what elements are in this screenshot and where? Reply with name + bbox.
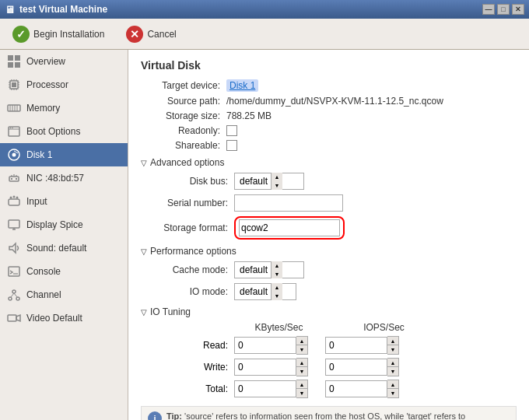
io-column-headers: KBytes/Sec IOPS/Sec [141,322,517,333]
io-mode-arrows: ▲ ▼ [271,283,282,300]
cache-mode-down[interactable]: ▼ [272,270,282,278]
minimize-button[interactable]: — [482,4,495,15]
io-total-iops-input[interactable] [325,380,387,397]
io-mode-row: IO mode: default ▲ ▼ [141,283,517,300]
sidebar-item-console[interactable]: Console [0,260,128,283]
sidebar-item-channel[interactable]: Channel [0,283,128,306]
io-mode-up[interactable]: ▲ [272,283,282,292]
advanced-options-header[interactable]: ▽ Advanced options [141,157,517,168]
cache-mode-row: Cache mode: default ▲ ▼ [141,261,517,278]
title-left: 🖥 test Virtual Machine [5,4,107,16]
processor-icon [6,77,22,93]
io-total-iops-up[interactable]: ▲ [387,380,398,389]
window-title: test Virtual Machine [19,4,107,15]
io-total-iops-field: ▲ ▼ [325,380,399,398]
io-tuning-header[interactable]: ▽ IO Tuning [141,306,517,317]
shareable-checkbox[interactable] [226,140,237,151]
io-total-kb-spinner: ▲ ▼ [296,380,308,398]
io-total-kb-input[interactable] [234,380,296,397]
io-write-kb-input[interactable] [234,359,296,376]
boot-icon [6,124,22,139]
io-read-kb-input[interactable] [234,337,296,354]
source-path-row: Source path: /home/dummy_dut/NSVPX-KVM-1… [141,96,517,107]
maximize-button[interactable]: □ [497,4,510,15]
sidebar-item-video-default[interactable]: Video Default [0,306,128,330]
storage-format-select[interactable]: qcow2 raw vmdk [239,219,340,236]
nic-icon [6,170,22,186]
disk-bus-down[interactable]: ▼ [272,181,282,190]
io-mode-select[interactable]: default ▲ ▼ [234,283,296,300]
io-read-iops-input[interactable] [325,337,387,354]
svg-rect-3 [15,62,20,68]
svg-point-48 [16,297,19,300]
sidebar-item-memory[interactable]: Memory [0,96,128,120]
svg-point-25 [10,128,12,129]
performance-options-header[interactable]: ▽ Performance options [141,246,517,257]
io-write-kb-up[interactable]: ▲ [296,359,307,367]
svg-line-49 [11,293,14,297]
display-icon [6,217,22,233]
io-tuning-triangle: ▽ [141,308,147,317]
close-button[interactable]: ✕ [512,4,524,15]
cache-mode-up[interactable]: ▲ [272,261,282,270]
io-read-kb-down[interactable]: ▼ [296,345,307,354]
sidebar-item-processor-label: Processor [26,79,68,90]
sidebar-item-input-label: Input [26,196,47,207]
svg-point-47 [9,297,12,300]
io-write-kb-down[interactable]: ▼ [296,367,307,376]
sidebar-item-overview[interactable]: Overview [0,50,128,73]
io-tuning-label: IO Tuning [150,306,191,317]
disk-bus-select[interactable]: default ▲ ▼ [234,173,304,190]
disk-bus-up[interactable]: ▲ [272,173,282,181]
main-content: Overview Processor Memory Boot Options D [0,50,529,420]
sidebar-item-video-default-label: Video Default [26,313,82,324]
io-write-iops-down[interactable]: ▼ [387,367,398,376]
cancel-icon: ✕ [126,26,143,43]
io-total-iops-down[interactable]: ▼ [387,389,398,397]
source-path-label: Source path: [141,96,226,107]
sidebar-item-nic-label: NIC :48:bd:57 [26,173,84,184]
svg-point-37 [10,197,12,199]
io-read-kb-spinner: ▲ ▼ [296,336,308,355]
io-write-iops-input[interactable] [325,359,387,376]
sidebar-item-display-spice[interactable]: Display Spice [0,213,128,236]
io-mode-down[interactable]: ▼ [272,292,282,300]
sidebar-item-display-spice-label: Display Spice [26,219,83,230]
svg-marker-52 [16,315,20,321]
sidebar-item-processor[interactable]: Processor [0,73,128,96]
sidebar-item-boot-options[interactable]: Boot Options [0,120,128,143]
disk-bus-label: Disk bus: [141,176,234,187]
io-write-iops-up[interactable]: ▲ [387,359,398,367]
title-bar-controls: — □ ✕ [482,4,524,15]
performance-options-triangle: ▽ [141,247,147,256]
cache-mode-label: Cache mode: [141,264,234,275]
disk-bus-row: Disk bus: default ▲ ▼ [141,173,517,190]
svg-rect-40 [9,220,19,228]
svg-rect-5 [12,82,16,87]
target-device-value[interactable]: Disk 1 [226,79,258,92]
serial-number-label: Serial number: [141,198,234,208]
cancel-button[interactable]: ✕ Cancel [120,23,182,45]
readonly-label: Readonly: [141,125,226,136]
storage-size-label: Storage size: [141,110,226,121]
io-total-kb-up[interactable]: ▲ [296,380,307,389]
sidebar-item-disk1[interactable]: Disk 1 [0,143,128,166]
overview-icon [6,54,22,69]
io-mode-value: default [236,286,271,297]
source-path-value: /home/dummy_dut/NSVPX-KVM-11.1-12.5_nc.q… [226,96,443,107]
io-read-iops-up[interactable]: ▲ [387,337,398,345]
serial-number-input[interactable] [234,194,343,212]
io-read-kb-up[interactable]: ▲ [296,337,307,345]
io-write-kb-field: ▲ ▼ [234,358,308,376]
sidebar-item-nic[interactable]: NIC :48:bd:57 [0,166,128,190]
io-read-iops-down[interactable]: ▼ [387,345,398,354]
sidebar-item-sound[interactable]: Sound: default [0,236,128,260]
begin-installation-button[interactable]: ✓ Begin Installation [6,23,110,45]
sidebar-item-overview-label: Overview [26,56,65,67]
svg-rect-51 [8,315,16,321]
io-total-kb-down[interactable]: ▼ [296,389,307,397]
readonly-checkbox[interactable] [226,125,237,136]
sidebar-item-input[interactable]: Input [0,190,128,213]
io-write-iops-spinner: ▲ ▼ [387,358,399,376]
cache-mode-select[interactable]: default ▲ ▼ [234,261,304,278]
